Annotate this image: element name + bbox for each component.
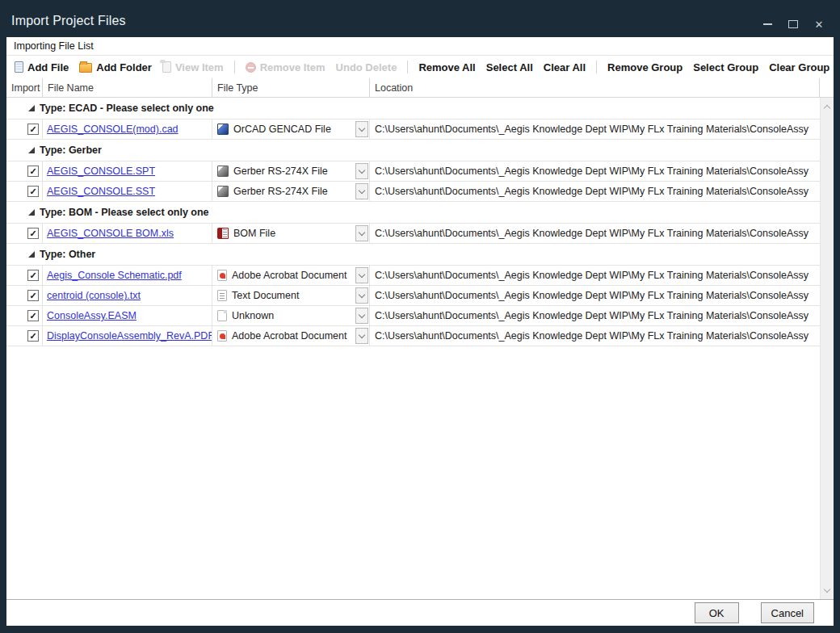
collapse-triangle-icon[interactable] <box>28 209 35 216</box>
file-type-dropdown-button[interactable] <box>355 225 368 241</box>
table-row: ✓ AEGIS_CONSOLE(mod).cad OrCAD GENCAD Fi… <box>6 119 820 140</box>
remove-all-label: Remove All <box>418 61 475 73</box>
check-icon: ✓ <box>29 332 36 341</box>
import-checkbox[interactable]: ✓ <box>27 270 39 281</box>
file-type-dropdown-button[interactable] <box>355 308 368 324</box>
select-all-button[interactable]: Select All <box>486 61 533 73</box>
grid-rows: Type: ECAD - Please select only one ✓ AE… <box>6 98 820 599</box>
table-row: ✓ AEGIS_CONSOLE BOM.xls BOM File C:\User… <box>6 224 820 244</box>
clear-group-button[interactable]: Clear Group <box>769 61 830 73</box>
cancel-button[interactable]: Cancel <box>761 602 814 623</box>
check-icon: ✓ <box>29 312 36 321</box>
file-name-link[interactable]: DisplayConsoleAssembly_RevA.PDF <box>47 330 212 342</box>
select-group-button[interactable]: Select Group <box>693 61 758 73</box>
file-type-label: Adobe Acrobat Document <box>232 270 346 281</box>
import-project-files-dialog: Import Project Files ✕ Importing File Li… <box>0 0 840 633</box>
column-header-import[interactable]: Import <box>6 78 43 97</box>
file-name-link[interactable]: Aegis_Console Schematic.pdf <box>47 270 182 281</box>
file-type-dropdown-button[interactable] <box>355 328 368 344</box>
file-type-label: Adobe Acrobat Document <box>232 330 346 342</box>
maximize-button[interactable] <box>787 19 800 30</box>
file-type-combobox[interactable]: Unknown <box>212 306 370 325</box>
chevron-down-icon <box>359 311 365 317</box>
column-header-location[interactable]: Location <box>370 78 820 97</box>
remove-all-button[interactable]: Remove All <box>418 61 475 73</box>
file-type-combobox[interactable]: Adobe Acrobat Document <box>212 326 370 346</box>
select-all-label: Select All <box>486 61 533 73</box>
table-row: ✓ ConsoleAssy.EASM Unknown C:\Users\ahun… <box>6 306 820 326</box>
panel-title: Importing File List <box>6 37 834 56</box>
file-name-link[interactable]: AEGIS_CONSOLE.SST <box>47 186 155 197</box>
file-location: C:\Users\ahunt\Documents\_Aegis Knowledg… <box>370 286 820 305</box>
file-type-combobox[interactable]: Adobe Acrobat Document <box>212 266 370 285</box>
group-row-gerber[interactable]: Type: Gerber <box>6 140 820 161</box>
add-folder-label: Add Folder <box>96 61 152 73</box>
file-grid: Import File Name File Type Location Type… <box>6 78 834 599</box>
group-row-bom[interactable]: Type: BOM - Please select only one <box>6 202 820 224</box>
group-row-other[interactable]: Type: Other <box>6 244 820 266</box>
file-type-label: BOM File <box>233 228 275 239</box>
file-name-link[interactable]: AEGIS_CONSOLE.SPT <box>47 166 155 177</box>
file-name-link[interactable]: ConsoleAssy.EASM <box>47 310 136 321</box>
file-type-dropdown-button[interactable] <box>355 121 368 137</box>
remove-item-icon <box>246 62 256 73</box>
column-header-filler <box>820 78 834 97</box>
ok-button[interactable]: OK <box>695 602 739 623</box>
add-file-label: Add File <box>27 61 69 73</box>
file-name-link[interactable]: AEGIS_CONSOLE BOM.xls <box>47 228 174 239</box>
add-file-button[interactable]: Add File <box>15 61 69 73</box>
window-title: Import Project Files <box>11 14 126 28</box>
import-checkbox[interactable]: ✓ <box>27 124 39 135</box>
pdf-file-icon <box>217 330 227 342</box>
import-checkbox[interactable]: ✓ <box>27 290 39 301</box>
import-checkbox[interactable]: ✓ <box>27 228 39 239</box>
file-location: C:\Users\ahunt\Documents\_Aegis Knowledg… <box>370 182 820 201</box>
grid-header: Import File Name File Type Location <box>6 78 834 98</box>
file-type-combobox[interactable]: BOM File <box>212 224 370 243</box>
file-type-combobox[interactable]: Text Document <box>212 286 370 305</box>
bom-file-icon <box>217 228 229 239</box>
file-type-dropdown-button[interactable] <box>355 183 368 199</box>
check-icon: ✓ <box>29 271 36 280</box>
clear-all-button[interactable]: Clear All <box>544 61 586 73</box>
file-name-link[interactable]: centroid (console).txt <box>47 290 141 301</box>
vertical-scrollbar[interactable] <box>820 98 834 599</box>
file-type-dropdown-button[interactable] <box>355 163 368 179</box>
file-type-combobox[interactable]: Gerber RS-274X File <box>212 182 370 201</box>
collapse-triangle-icon[interactable] <box>28 105 35 111</box>
import-checkbox[interactable]: ✓ <box>27 310 39 321</box>
close-icon: ✕ <box>815 19 824 30</box>
check-icon: ✓ <box>29 167 36 176</box>
column-header-file-type[interactable]: File Type <box>212 78 370 97</box>
remove-item-button: Remove Item <box>246 61 326 73</box>
scroll-down-button[interactable] <box>821 584 834 597</box>
undo-delete-label: Undo Delete <box>336 61 397 73</box>
collapse-triangle-icon[interactable] <box>28 147 35 153</box>
file-type-label: Text Document <box>232 290 299 301</box>
close-button[interactable]: ✕ <box>813 19 825 30</box>
group-label: Type: BOM - Please select only one <box>40 207 209 218</box>
view-item-label: View Item <box>175 61 224 73</box>
file-type-dropdown-button[interactable] <box>355 267 368 283</box>
column-header-file-name[interactable]: File Name <box>43 78 212 97</box>
check-icon: ✓ <box>29 187 36 196</box>
scroll-up-button[interactable] <box>821 99 834 113</box>
file-type-combobox[interactable]: Gerber RS-274X File <box>212 161 370 181</box>
add-folder-icon <box>79 63 92 73</box>
import-checkbox[interactable]: ✓ <box>27 330 39 342</box>
group-row-ecad[interactable]: Type: ECAD - Please select only one <box>6 98 820 119</box>
import-checkbox[interactable]: ✓ <box>27 166 39 177</box>
remove-group-button[interactable]: Remove Group <box>607 61 682 73</box>
file-type-dropdown-button[interactable] <box>355 287 368 304</box>
file-location: C:\Users\ahunt\Documents\_Aegis Knowledg… <box>370 326 820 346</box>
file-type-combobox[interactable]: OrCAD GENCAD File <box>212 119 370 139</box>
file-type-label: Unknown <box>232 310 274 321</box>
chevron-down-icon <box>359 331 365 337</box>
clear-all-label: Clear All <box>544 61 586 73</box>
select-group-label: Select Group <box>693 61 758 73</box>
collapse-triangle-icon[interactable] <box>28 251 35 258</box>
file-name-link[interactable]: AEGIS_CONSOLE(mod).cad <box>47 124 178 135</box>
add-folder-button[interactable]: Add Folder <box>79 61 152 73</box>
minimize-button[interactable] <box>761 19 774 30</box>
import-checkbox[interactable]: ✓ <box>27 186 39 197</box>
